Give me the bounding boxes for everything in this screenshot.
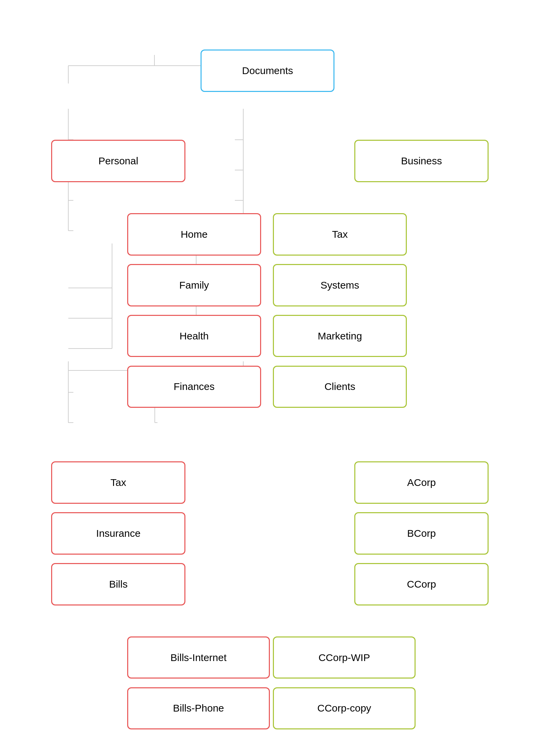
node-business: Business xyxy=(354,140,488,182)
node-bills_phone: Bills-Phone xyxy=(127,687,270,730)
node-label-ccorp_copy: CCorp-copy xyxy=(317,702,371,714)
node-ccorp_copy: CCorp-copy xyxy=(273,687,416,730)
node-label-finances: Finances xyxy=(174,381,215,392)
node-label-bcorp: BCorp xyxy=(407,528,436,539)
node-marketing: Marketing xyxy=(273,315,407,357)
node-label-clients: Clients xyxy=(324,381,355,392)
node-label-bills_internet: Bills-Internet xyxy=(171,652,227,663)
node-label-business: Business xyxy=(401,155,442,167)
node-label-marketing: Marketing xyxy=(318,330,362,342)
node-insurance: Insurance xyxy=(51,512,185,555)
node-label-health: Health xyxy=(180,330,209,342)
diagram: DocumentsPersonalBusinessHomeFamilyHealt… xyxy=(0,0,534,756)
node-label-tax_p: Tax xyxy=(332,229,348,240)
node-tax_f: Tax xyxy=(51,461,185,504)
node-family: Family xyxy=(127,264,261,306)
node-label-home: Home xyxy=(181,229,208,240)
node-label-insurance: Insurance xyxy=(96,528,141,539)
node-systems: Systems xyxy=(273,264,407,306)
node-documents: Documents xyxy=(201,50,334,92)
node-label-ccorp: CCorp xyxy=(407,579,436,590)
node-label-acorp: ACorp xyxy=(407,477,436,488)
node-label-tax_f: Tax xyxy=(110,477,126,488)
node-acorp: ACorp xyxy=(354,461,488,504)
node-health: Health xyxy=(127,315,261,357)
node-label-documents: Documents xyxy=(242,65,293,76)
node-finances: Finances xyxy=(127,366,261,408)
node-label-bills_phone: Bills-Phone xyxy=(173,702,224,714)
node-ccorp: CCorp xyxy=(354,563,488,605)
node-label-family: Family xyxy=(179,280,209,291)
node-bills: Bills xyxy=(51,563,185,605)
node-bills_internet: Bills-Internet xyxy=(127,636,270,679)
node-label-bills: Bills xyxy=(109,579,128,590)
node-personal: Personal xyxy=(51,140,185,182)
node-label-systems: Systems xyxy=(321,280,359,291)
node-home: Home xyxy=(127,213,261,256)
node-ccorp_wip: CCorp-WIP xyxy=(273,636,416,679)
node-bcorp: BCorp xyxy=(354,512,488,555)
node-clients: Clients xyxy=(273,366,407,408)
node-tax_p: Tax xyxy=(273,213,407,256)
node-label-personal: Personal xyxy=(98,155,138,167)
node-label-ccorp_wip: CCorp-WIP xyxy=(318,652,370,663)
